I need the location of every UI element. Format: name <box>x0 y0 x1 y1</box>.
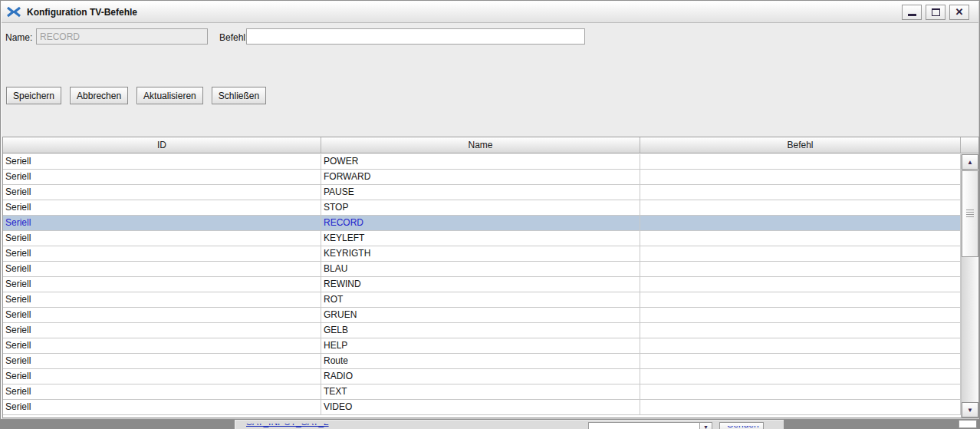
table-row[interactable]: SeriellKEYLEFT <box>3 231 961 246</box>
table-body: SeriellPOWERSeriellFORWARDSeriellPAUSESe… <box>3 154 961 417</box>
cell-befehl <box>640 231 961 246</box>
cell-id: Seriell <box>3 200 321 216</box>
cell-befehl <box>640 200 961 216</box>
cell-befehl <box>640 354 961 369</box>
cell-name: STOP <box>321 200 640 216</box>
close-button[interactable]: ✕ <box>949 5 969 20</box>
table-row[interactable]: SeriellBLAU <box>3 262 961 277</box>
cell-name: VIDEO <box>321 400 640 415</box>
scroll-down-icon: ▼ <box>967 407 973 414</box>
abbrechen-button[interactable]: Abbrechen <box>70 87 128 104</box>
speichern-button[interactable]: Speichern <box>6 87 61 104</box>
cell-id: Seriell <box>3 323 321 338</box>
scroll-up-button[interactable]: ▲ <box>962 154 978 170</box>
table-row[interactable]: SeriellPOWER <box>3 154 961 170</box>
cell-name: RECORD <box>321 216 640 231</box>
cell-befehl <box>640 369 961 384</box>
cell-id: Seriell <box>3 231 321 246</box>
app-icon <box>6 6 21 18</box>
maximize-icon <box>932 8 940 16</box>
table-row[interactable]: SeriellTEXT <box>3 384 961 400</box>
cell-name: ROT <box>321 292 640 308</box>
column-header-name[interactable]: Name <box>321 137 640 153</box>
commands-table: ID Name Befehl SeriellPOWERSeriellFORWAR… <box>2 137 979 418</box>
cell-befehl <box>640 338 961 354</box>
befehl-label: Befehl: <box>219 32 248 43</box>
cell-befehl <box>640 292 961 308</box>
background-dropdown[interactable]: ▼ <box>588 422 712 429</box>
aktualisieren-button[interactable]: Aktualisieren <box>136 87 203 104</box>
window-title: Konfiguration TV-Befehle <box>27 7 137 18</box>
cell-name: RADIO <box>321 369 640 384</box>
cell-id: Seriell <box>3 154 321 170</box>
background-window-strip: SAT_INPUT_SAT_2 ▼ Senden <box>0 420 980 429</box>
cell-befehl <box>640 308 961 323</box>
cell-name: POWER <box>321 154 640 170</box>
cell-name: BLAU <box>321 262 640 277</box>
cell-name: KEYLEFT <box>321 231 640 246</box>
cell-name: PAUSE <box>321 185 640 200</box>
cell-name: FORWARD <box>321 170 640 185</box>
cell-befehl <box>640 154 961 170</box>
minimize-icon <box>908 14 916 16</box>
close-icon: ✕ <box>955 7 964 17</box>
cell-id: Seriell <box>3 354 321 369</box>
config-tv-befehle-dialog: Konfiguration TV-Befehle ✕ Name: Befehl:… <box>0 0 980 420</box>
table-row[interactable]: SeriellRoute <box>3 354 961 369</box>
cell-name: REWIND <box>321 277 640 292</box>
background-window-panel: SAT_INPUT_SAT_2 ▼ Senden <box>235 420 784 429</box>
cell-id: Seriell <box>3 369 321 384</box>
title-bar[interactable]: Konfiguration TV-Befehle ✕ <box>2 2 978 23</box>
schliessen-button[interactable]: Schließen <box>212 87 266 104</box>
column-header-befehl[interactable]: Befehl <box>640 137 961 153</box>
befehl-input[interactable] <box>246 28 585 45</box>
cell-befehl <box>640 400 961 415</box>
cell-befehl <box>640 384 961 400</box>
dropdown-arrow-icon[interactable]: ▼ <box>699 423 712 429</box>
table-row[interactable]: SeriellPAUSE <box>3 185 961 200</box>
name-input[interactable] <box>36 28 208 45</box>
cell-id: Seriell <box>3 170 321 185</box>
background-send-button[interactable]: Senden <box>719 422 764 429</box>
cell-befehl <box>640 185 961 200</box>
cell-name: KEYRIGTH <box>321 246 640 262</box>
cell-id: Seriell <box>3 246 321 262</box>
background-clipped-label: SAT_INPUT_SAT_2 <box>246 424 377 429</box>
scrollbar-grip-icon <box>966 210 974 218</box>
cell-name: TEXT <box>321 384 640 400</box>
cell-name: GRUEN <box>321 308 640 323</box>
column-header-id[interactable]: ID <box>3 137 321 153</box>
cell-id: Seriell <box>3 400 321 415</box>
cell-befehl <box>640 323 961 338</box>
table-row[interactable]: SeriellREWIND <box>3 277 961 292</box>
maximize-button[interactable] <box>926 5 945 20</box>
table-row[interactable]: SeriellROT <box>3 292 961 308</box>
vertical-scrollbar[interactable]: ▲ ▼ <box>961 154 978 417</box>
table-row[interactable]: SeriellSTOP <box>3 200 961 216</box>
table-row[interactable]: SeriellVIDEO <box>3 400 961 415</box>
minimize-button[interactable] <box>902 5 922 20</box>
table-row[interactable]: SeriellRADIO <box>3 369 961 384</box>
table-row[interactable]: SeriellRECORD <box>3 216 961 231</box>
table-row[interactable]: SeriellFORWARD <box>3 170 961 185</box>
table-row[interactable]: SeriellGRUEN <box>3 308 961 323</box>
name-label: Name: <box>5 32 32 43</box>
cell-name: Route <box>321 354 640 369</box>
cell-name: HELP <box>321 338 640 354</box>
table-row[interactable]: SeriellGELB <box>3 323 961 338</box>
cell-id: Seriell <box>3 308 321 323</box>
table-row[interactable]: SeriellHELP <box>3 338 961 354</box>
table-header: ID Name Befehl <box>3 137 961 153</box>
scroll-down-button[interactable]: ▼ <box>962 402 978 417</box>
cell-befehl <box>640 216 961 231</box>
cell-id: Seriell <box>3 216 321 231</box>
table-header-corner <box>961 137 978 153</box>
cell-befehl <box>640 170 961 185</box>
scrollbar-thumb[interactable] <box>962 170 978 257</box>
table-row[interactable]: SeriellKEYRIGTH <box>3 246 961 262</box>
background-scroll-button[interactable] <box>959 420 977 428</box>
cell-id: Seriell <box>3 338 321 354</box>
cell-id: Seriell <box>3 277 321 292</box>
cell-id: Seriell <box>3 384 321 400</box>
cell-id: Seriell <box>3 185 321 200</box>
